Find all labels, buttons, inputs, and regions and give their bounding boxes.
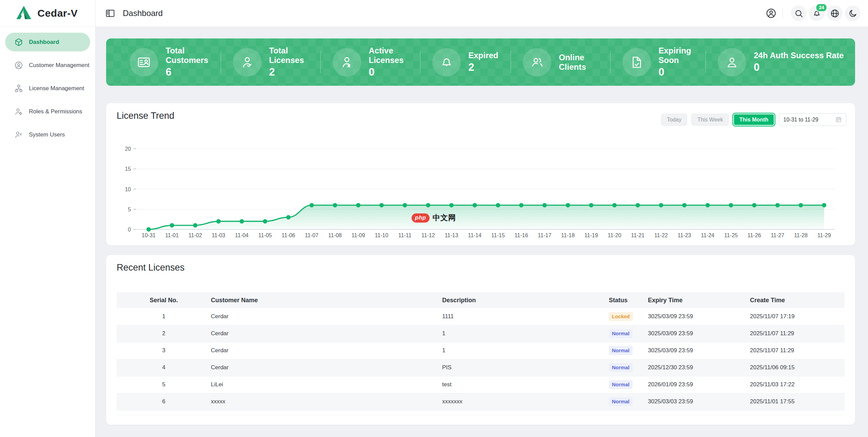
x-axis-label: 11-07 (305, 232, 319, 238)
cell-status: Normal (609, 359, 648, 376)
stat-24h-auth-success-rate: 24h Auth Success Rate0 (705, 38, 855, 86)
data-point[interactable] (566, 203, 570, 207)
trend-chart[interactable]: 0510152010-3111-0111-0211-0311-0411-0511… (106, 103, 855, 245)
column-header: Description (442, 292, 609, 308)
data-point[interactable] (682, 203, 687, 207)
cell-description: xxxxxxx (442, 393, 609, 410)
data-point[interactable] (589, 203, 594, 207)
cell-description: 1111 (442, 308, 609, 325)
data-point[interactable] (472, 203, 477, 207)
id-card-icon (130, 48, 158, 77)
cell-expiry: 3025/03/09 23:59 (648, 342, 750, 359)
y-axis-label: 0 (128, 227, 131, 232)
sidebar-item-customer-management[interactable]: Customer Management (5, 56, 90, 75)
x-axis-label: 11-05 (258, 232, 272, 238)
data-point[interactable] (519, 203, 523, 207)
table-header-row: Serial No.Customer NameDescriptionStatus… (117, 292, 845, 308)
search-button[interactable] (791, 5, 806, 21)
watermark-text: 中文网 (433, 213, 456, 223)
x-axis-label: 11-18 (561, 232, 575, 238)
users-icon (530, 55, 544, 69)
moon-button[interactable] (845, 5, 861, 21)
cell-created: 2025/11/07 11:29 (750, 325, 845, 342)
topbar-actions: 24 (766, 5, 861, 21)
column-header: Status (609, 292, 648, 308)
sidebar-collapse-icon[interactable] (105, 8, 115, 18)
sidebar-item-roles-permissions[interactable]: Roles & Permissions (5, 102, 90, 121)
stat-active-licenses: Active Licenses0 (320, 38, 420, 86)
data-point[interactable] (705, 203, 710, 207)
data-point[interactable] (356, 203, 361, 207)
data-point[interactable] (752, 203, 756, 207)
stat-value: 2 (468, 61, 498, 74)
logo-text: Cedar-V (37, 7, 78, 19)
file-check-icon (622, 48, 651, 77)
cell-expiry: 3025/03/03 23:59 (648, 393, 750, 410)
x-axis-label: 11-08 (328, 232, 342, 238)
table-row: 1Cerdar1111Locked3025/03/09 23:592025/11… (117, 308, 845, 325)
data-point[interactable] (216, 219, 221, 224)
data-point[interactable] (775, 203, 780, 207)
stat-value: 2 (269, 66, 320, 78)
cell-serial: 5 (117, 376, 211, 393)
stat-label: Total Licenses (269, 46, 320, 65)
data-point[interactable] (542, 203, 547, 207)
y-axis-label: 20 (125, 146, 131, 152)
sidebar-item-system-users[interactable]: System Users (5, 125, 90, 144)
cell-customer: Cerdar (211, 342, 442, 359)
globe-button[interactable] (827, 5, 842, 21)
cell-created: 2025/11/06 09:15 (750, 359, 845, 376)
data-point[interactable] (822, 203, 827, 207)
data-point[interactable] (496, 203, 500, 207)
roles-permissions-icon (14, 107, 23, 116)
data-point[interactable] (239, 219, 244, 224)
data-point[interactable] (286, 215, 290, 220)
x-axis-label: 11-26 (748, 232, 761, 238)
stat-label: Online Clients (559, 53, 610, 71)
customer-management-icon (14, 61, 23, 70)
data-point[interactable] (799, 203, 803, 207)
data-point[interactable] (147, 227, 151, 232)
data-point[interactable] (449, 203, 454, 207)
data-point[interactable] (729, 203, 733, 207)
data-point[interactable] (612, 203, 617, 207)
logo-icon (15, 4, 33, 22)
cell-created: 2025/11/07 11:29 (750, 342, 845, 359)
topbar-divider (783, 8, 783, 18)
data-point[interactable] (263, 219, 267, 224)
data-point[interactable] (170, 223, 174, 228)
cell-status: Normal (609, 325, 648, 342)
x-axis-label: 11-29 (817, 232, 831, 238)
x-axis-label: 10-31 (142, 232, 156, 238)
logo[interactable]: Cedar-V (0, 0, 95, 27)
data-point[interactable] (379, 203, 384, 207)
x-axis-label: 11-27 (771, 232, 784, 238)
trend-chart-host: 0510152010-3111-0111-0211-0311-0411-0511… (106, 103, 855, 245)
user-avatar-icon[interactable] (766, 8, 777, 19)
stat-value: 0 (658, 66, 705, 78)
sidebar-item-license-management[interactable]: License Management (5, 79, 90, 98)
cell-customer: xxxxx (211, 393, 442, 410)
stat-label: Total Customers (166, 46, 221, 65)
recent-licenses-table: Serial No.Customer NameDescriptionStatus… (117, 292, 845, 410)
data-point[interactable] (636, 203, 640, 207)
cell-serial: 1 (117, 308, 211, 325)
sidebar-item-label: System Users (29, 131, 65, 138)
table-row: 5LiLeitestNormal2026/01/09 23:592025/11/… (117, 376, 845, 393)
data-point[interactable] (333, 203, 337, 207)
stat-online-clients: Online Clients (511, 38, 610, 86)
y-axis-label: 5 (128, 207, 131, 212)
data-point[interactable] (426, 203, 430, 207)
bell-button[interactable]: 24 (809, 5, 824, 21)
x-axis-label: 11-01 (165, 232, 179, 238)
sidebar-item-label: Customer Management (29, 62, 89, 69)
cell-customer: Cerdar (211, 308, 442, 325)
sidebar: Cedar-V DashboardCustomer ManagementLice… (0, 0, 96, 437)
data-point[interactable] (193, 223, 198, 228)
data-point[interactable] (310, 203, 314, 207)
column-header: Customer Name (211, 292, 442, 308)
sidebar-item-dashboard[interactable]: Dashboard (5, 33, 90, 51)
data-point[interactable] (659, 203, 663, 207)
x-axis-label: 11-23 (678, 232, 691, 238)
data-point[interactable] (403, 203, 407, 207)
